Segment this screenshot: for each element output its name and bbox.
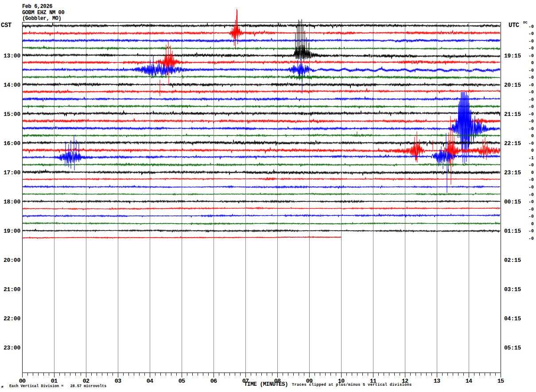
svg-text:-0: -0: [528, 104, 534, 109]
svg-text:0: 0: [531, 170, 534, 175]
svg-text:-1: -1: [528, 156, 534, 161]
svg-text:GOBM EHZ NM 00: GOBM EHZ NM 00: [22, 10, 64, 16]
svg-text:-0: -0: [528, 24, 534, 29]
svg-text:02: 02: [83, 378, 89, 384]
svg-text:Each Vertical Division = 28.: Each Vertical Division = 28.57 microvolt…: [9, 384, 106, 388]
svg-text:20:00: 20:00: [4, 257, 20, 264]
svg-text:23:15: 23:15: [504, 169, 521, 176]
svg-text:14: 14: [466, 378, 472, 384]
svg-text:Traces clipped at plus/minus 5: Traces clipped at plus/minus 5 vertical …: [292, 383, 412, 387]
svg-text:04:15: 04:15: [504, 315, 521, 322]
svg-text:-0: -0: [528, 200, 534, 204]
svg-text:03:15: 03:15: [504, 286, 521, 293]
svg-text:0: 0: [531, 222, 534, 227]
svg-text:-0: -0: [528, 214, 534, 219]
svg-text:-0: -0: [528, 112, 534, 117]
svg-text:00:15: 00:15: [504, 199, 521, 205]
svg-text:15: 15: [497, 378, 504, 384]
svg-text:DC: DC: [523, 20, 528, 24]
svg-text:04: 04: [147, 378, 153, 384]
svg-text:-0: -0: [528, 31, 534, 36]
svg-text:-0: -0: [528, 163, 534, 168]
svg-text:-0: -0: [528, 54, 534, 58]
svg-text:19:15: 19:15: [504, 53, 521, 59]
svg-text:-0: -0: [528, 75, 534, 80]
svg-text:-0: -0: [528, 185, 534, 190]
svg-text:-0: -0: [528, 68, 534, 73]
svg-text:20:15: 20:15: [504, 82, 521, 88]
svg-text:19:00: 19:00: [4, 228, 20, 234]
svg-text:-0: -0: [528, 39, 534, 44]
svg-text:Feb 6,2026: Feb 6,2026: [22, 4, 52, 10]
svg-text:06: 06: [210, 378, 217, 384]
svg-text:03: 03: [115, 378, 121, 384]
svg-text:17:00: 17:00: [4, 169, 20, 176]
svg-text:05: 05: [179, 378, 185, 384]
svg-text:02:15: 02:15: [504, 257, 521, 264]
svg-text:UTC: UTC: [509, 22, 520, 29]
svg-text:14:00: 14:00: [4, 82, 20, 88]
svg-text:-0: -0: [528, 192, 534, 197]
svg-text:(Gobbler, MO): (Gobbler, MO): [22, 15, 61, 22]
svg-text:18:00: 18:00: [4, 199, 20, 205]
svg-text:-0: -0: [528, 141, 534, 146]
svg-text:13: 13: [434, 378, 440, 384]
svg-text:-0: -0: [528, 90, 534, 95]
svg-text:-0: -0: [528, 46, 534, 51]
svg-text:-0: -0: [528, 119, 534, 124]
svg-text:21:15: 21:15: [504, 111, 521, 118]
svg-text:05:15: 05:15: [504, 345, 521, 351]
svg-text:0: 0: [531, 134, 534, 138]
svg-text:00: 00: [19, 378, 26, 384]
svg-text:-0: -0: [528, 83, 534, 88]
svg-text:15:00: 15:00: [4, 111, 20, 118]
svg-text:21:00: 21:00: [4, 286, 20, 293]
svg-text:13:00: 13:00: [4, 53, 20, 59]
svg-text:M: M: [1, 385, 4, 389]
svg-text:16:00: 16:00: [4, 140, 20, 147]
svg-text:0: 0: [531, 61, 534, 65]
svg-text:22:00: 22:00: [4, 315, 20, 322]
svg-text:-0: -0: [528, 97, 534, 102]
svg-text:01: 01: [51, 378, 58, 384]
svg-text:CST: CST: [1, 22, 12, 29]
svg-text:23:00: 23:00: [4, 345, 20, 351]
svg-text:-0: -0: [528, 127, 534, 131]
svg-text:01:15: 01:15: [504, 228, 521, 234]
svg-text:22:15: 22:15: [504, 140, 521, 147]
svg-text:-0: -0: [528, 236, 534, 241]
svg-text:-0: -0: [528, 229, 534, 234]
svg-text:0: 0: [531, 148, 534, 153]
svg-text:-0: -0: [528, 207, 534, 212]
svg-text:-0: -0: [528, 177, 534, 182]
svg-text:TIME (MINUTES): TIME (MINUTES): [244, 381, 288, 388]
